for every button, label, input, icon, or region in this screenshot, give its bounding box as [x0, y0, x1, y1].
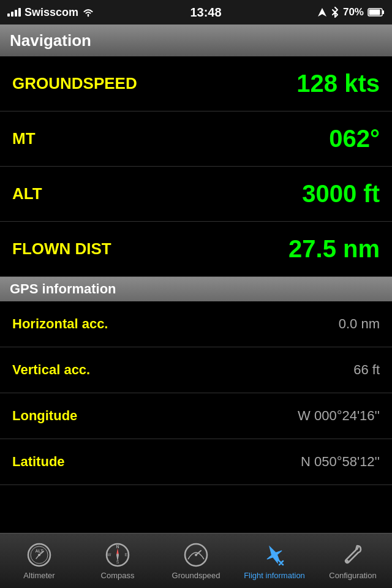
svg-point-17 [116, 554, 119, 556]
altimeter-tab-label: Altimeter [23, 571, 55, 580]
nav-header: Navigation [0, 24, 392, 56]
longitude-value: W 000°24'16'' [298, 408, 380, 424]
svg-point-9 [38, 554, 40, 556]
signal-bars [7, 8, 21, 17]
vertical-acc-row: Vertical acc. 66 ft [0, 347, 392, 393]
tab-bar: ALT Altimeter N S W E Compass [0, 533, 392, 588]
compass-tab-label: Compass [101, 571, 135, 580]
longitude-row: Longitude W 000°24'16'' [0, 393, 392, 439]
vertical-acc-label: Vertical acc. [12, 362, 90, 378]
page-title: Navigation [10, 31, 91, 50]
flown-dist-label: FLOWN DIST [12, 239, 111, 258]
status-bar: Swisscom 13:48 70% [0, 0, 392, 24]
latitude-value: N 050°58'12'' [301, 454, 380, 470]
carrier-name: Swisscom [24, 6, 78, 19]
svg-text:E: E [125, 552, 128, 557]
status-right: 70% [317, 6, 385, 18]
gps-section-header: GPS information [0, 277, 392, 301]
tab-configuration[interactable]: Configuration [316, 541, 390, 580]
horizontal-acc-label: Horizontal acc. [12, 316, 108, 332]
tab-compass[interactable]: N S W E Compass [81, 541, 154, 580]
compass-icon: N S W E [104, 541, 131, 568]
alt-label: ALT [12, 184, 42, 203]
latitude-row: Latitude N 050°58'12'' [0, 439, 392, 485]
gps-section-title: GPS information [10, 281, 116, 297]
tab-groundspeed[interactable]: Groundspeed [159, 541, 233, 580]
status-time: 13:48 [190, 6, 221, 20]
svg-marker-0 [318, 8, 326, 17]
flight-information-tab-label: Flight information [244, 571, 305, 580]
status-left: Swisscom [7, 6, 94, 19]
mt-value: 062° [329, 125, 380, 153]
groundspeed-tab-label: Groundspeed [172, 571, 221, 580]
flown-dist-value: 27.5 nm [288, 235, 380, 263]
configuration-tab-label: Configuration [329, 571, 376, 580]
groundspeed-icon [183, 541, 209, 568]
flown-dist-row: FLOWN DIST 27.5 nm [0, 222, 392, 277]
horizontal-acc-value: 0.0 nm [339, 316, 380, 332]
svg-point-20 [195, 554, 197, 556]
flight-information-icon [261, 541, 288, 568]
svg-rect-3 [369, 10, 380, 15]
battery-icon [368, 7, 385, 17]
longitude-label: Longitude [12, 408, 77, 424]
alt-row: ALT 3000 ft [0, 167, 392, 222]
tab-altimeter[interactable]: ALT Altimeter [2, 541, 76, 580]
svg-rect-2 [382, 10, 384, 14]
groundspeed-label: GROUNDSPEED [12, 74, 137, 93]
tab-flight-information[interactable]: Flight information [238, 541, 311, 580]
mt-row: MT 062° [0, 111, 392, 167]
horizontal-acc-row: Horizontal acc. 0.0 nm [0, 301, 392, 347]
mt-label: MT [12, 129, 36, 148]
vertical-acc-value: 66 ft [353, 362, 380, 378]
altimeter-icon: ALT [26, 541, 53, 568]
svg-text:N: N [116, 545, 119, 549]
configuration-icon [339, 541, 366, 568]
bluetooth-icon [331, 7, 339, 18]
svg-point-21 [346, 560, 349, 562]
battery-percent: 70% [343, 6, 364, 18]
latitude-label: Latitude [12, 454, 65, 470]
groundspeed-row: GROUNDSPEED 128 kts [0, 56, 392, 111]
groundspeed-value: 128 kts [296, 70, 380, 97]
alt-value: 3000 ft [302, 180, 380, 208]
svg-text:W: W [107, 552, 111, 557]
location-icon [317, 7, 327, 17]
wifi-icon [82, 7, 94, 17]
